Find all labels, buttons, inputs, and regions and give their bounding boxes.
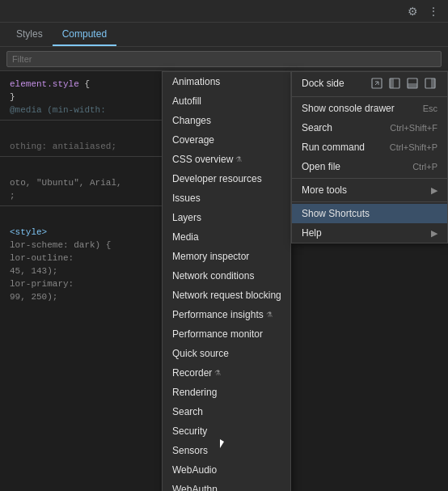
menu-item-show-shortcuts[interactable]: Show Shortcuts — [292, 204, 447, 223]
menu-item-autofill[interactable]: Autofill — [163, 91, 290, 111]
menu-shortcut: Ctrl+Shift+P — [390, 142, 437, 152]
menu-item-open-file[interactable]: Open file Ctrl+P — [292, 157, 447, 176]
context-menu: Dock side — [291, 71, 448, 243]
menu-item-css-overview[interactable]: CSS overview ⚗ — [163, 150, 290, 169]
menu-item-label: Show console drawer — [302, 103, 395, 114]
dock-bottom-button[interactable] — [405, 76, 420, 91]
menu-item-layers[interactable]: Layers — [163, 208, 290, 227]
menu-item-sensors[interactable]: Sensors — [163, 441, 290, 460]
menu-item-recorder[interactable]: Recorder ⚗ — [163, 363, 290, 383]
more-tools-menu: Animations Autofill Changes Coverage CSS… — [162, 71, 291, 491]
menu-item-developer-resources[interactable]: Developer resources — [163, 169, 290, 188]
dock-side-label: Dock side — [302, 78, 344, 89]
tab-styles[interactable]: Styles — [6, 23, 53, 46]
dock-side-row: Dock side — [292, 72, 447, 95]
menu-item-quick-source[interactable]: Quick source — [163, 344, 290, 363]
menu-separator — [292, 178, 447, 179]
menu-item-issues[interactable]: Issues — [163, 188, 290, 208]
filter-bar — [0, 47, 448, 71]
menu-item-run-command[interactable]: Run command Ctrl+Shift+P — [292, 138, 447, 157]
menu-separator — [292, 96, 447, 97]
menu-item-webaudio[interactable]: WebAudio — [163, 460, 290, 480]
menu-item-changes[interactable]: Changes — [163, 111, 290, 130]
submenu-arrow-icon: ▶ — [431, 228, 437, 239]
svg-rect-4 — [408, 83, 417, 88]
menu-item-more-tools[interactable]: More tools ▶ — [292, 180, 447, 200]
menu-item-coverage[interactable]: Coverage — [163, 130, 290, 150]
menu-shortcut: Esc — [423, 104, 437, 113]
dock-undock-button[interactable] — [370, 76, 384, 91]
top-toolbar: ⚙ ⋮ — [0, 0, 448, 23]
submenu-arrow-icon: ▶ — [431, 185, 437, 196]
menu-separator — [292, 201, 447, 202]
dock-right-button[interactable] — [423, 76, 437, 91]
menu-item-security[interactable]: Security — [163, 421, 290, 441]
menu-item-animations[interactable]: Animations — [163, 72, 290, 91]
menu-item-help[interactable]: Help ▶ — [292, 223, 447, 243]
menu-item-label: Run command — [302, 142, 365, 153]
menu-shortcut: Ctrl+P — [412, 162, 437, 171]
menu-item-network-request-blocking[interactable]: Network request blocking — [163, 286, 290, 305]
more-button[interactable]: ⋮ — [424, 2, 443, 21]
tab-bar: Styles Computed — [0, 23, 448, 47]
menu-item-label: Help — [302, 227, 322, 239]
tab-computed[interactable]: Computed — [53, 23, 116, 46]
filter-input[interactable] — [6, 51, 442, 67]
svg-rect-6 — [431, 78, 435, 88]
menu-item-media[interactable]: Media — [163, 227, 290, 247]
menu-item-memory-inspector[interactable]: Memory inspector — [163, 247, 290, 266]
main-area: element.style { } @media (min-width: (in… — [0, 71, 448, 491]
menu-item-performance-monitor[interactable]: Performance monitor — [163, 324, 290, 344]
svg-rect-2 — [390, 78, 394, 88]
dock-icons — [370, 76, 437, 91]
menu-item-label: More tools — [302, 184, 347, 196]
menu-item-search[interactable]: Search Ctrl+Shift+F — [292, 118, 447, 138]
dock-left-button[interactable] — [387, 76, 402, 91]
menu-item-search[interactable]: Search — [163, 402, 290, 421]
toolbar-icons: ⚙ ⋮ — [403, 2, 443, 21]
menu-item-webauthn[interactable]: WebAuthn — [163, 480, 290, 491]
menu-shortcut: Ctrl+Shift+F — [390, 123, 437, 133]
menu-item-label: Search — [302, 122, 332, 133]
menu-item-show-console-drawer[interactable]: Show console drawer Esc — [292, 99, 447, 118]
menu-item-performance-insights[interactable]: Performance insights ⚗ — [163, 305, 290, 324]
settings-button[interactable]: ⚙ — [403, 2, 422, 21]
menu-item-rendering[interactable]: Rendering — [163, 383, 290, 402]
menu-item-network-conditions[interactable]: Network conditions — [163, 266, 290, 286]
menu-item-label: Show Shortcuts — [302, 208, 370, 219]
menu-item-label: Open file — [302, 161, 340, 172]
